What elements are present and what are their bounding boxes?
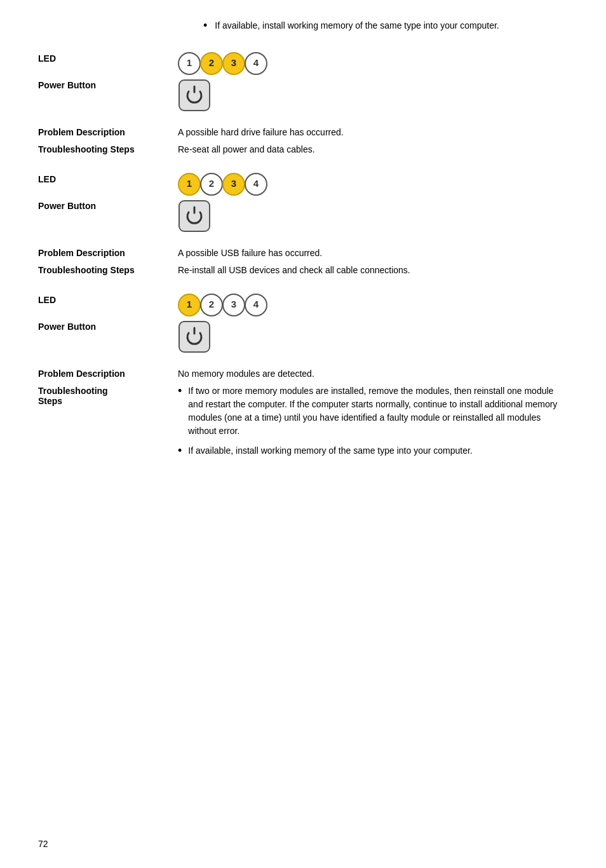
problem-row: Problem Description A possible USB failu… xyxy=(38,247,568,260)
troubleshooting-row: TroubleshootingSteps • If two or more me… xyxy=(38,384,568,465)
led-row: LED 1234 xyxy=(38,52,568,75)
led-group: 1234 xyxy=(178,173,568,196)
led-1: 1 xyxy=(178,173,201,196)
problem-text: A possible hard drive failure has occurr… xyxy=(178,126,568,139)
led-1: 1 xyxy=(178,52,201,75)
led-2: 2 xyxy=(200,173,223,196)
power-button-content xyxy=(178,320,568,357)
led-4: 4 xyxy=(245,294,267,316)
led-content: 1234 xyxy=(178,52,568,75)
troubleshooting-text: Re-install all USB devices and check all… xyxy=(178,264,568,277)
section-2: LED 1234 Power Button Problem Descriptio… xyxy=(38,173,568,287)
led-3: 3 xyxy=(222,294,245,316)
problem-row: Problem Description No memory modules ar… xyxy=(38,367,568,381)
led-label: LED xyxy=(38,294,178,305)
troubleshooting-item-2: • If available, install working memory o… xyxy=(178,444,568,458)
led-4: 4 xyxy=(245,52,267,75)
led-group: 1234 xyxy=(178,52,568,75)
troubleshooting-item-1: • If two or more memory modules are inst… xyxy=(178,384,568,438)
troubleshooting-row: Troubleshooting Steps Re-seat all power … xyxy=(38,143,568,156)
led-group: 1234 xyxy=(178,294,568,316)
power-button-label: Power Button xyxy=(38,320,178,332)
led-2: 2 xyxy=(200,52,223,75)
led-3: 3 xyxy=(222,173,245,196)
troubleshooting-item-text: If available, install working memory of … xyxy=(188,444,472,458)
bullet-dot-icon: • xyxy=(203,19,207,33)
problem-text: No memory modules are detected. xyxy=(178,367,568,381)
bullet-icon: • xyxy=(178,444,182,458)
led-content: 1234 xyxy=(178,294,568,316)
troubleshooting-row: Troubleshooting Steps Re-install all USB… xyxy=(38,264,568,277)
led-row: LED 1234 xyxy=(38,173,568,196)
troubleshooting-label: Troubleshooting Steps xyxy=(38,264,178,275)
led-row: LED 1234 xyxy=(38,294,568,316)
problem-label: Problem Description xyxy=(38,367,178,379)
problem-text: A possible USB failure has occurred. xyxy=(178,247,568,260)
led-label: LED xyxy=(38,173,178,184)
power-button-row: Power Button xyxy=(38,79,568,116)
troubleshooting-text: Re-seat all power and data cables. xyxy=(178,143,568,156)
power-button-row: Power Button xyxy=(38,320,568,357)
power-button-content xyxy=(178,79,568,116)
led-label: LED xyxy=(38,52,178,64)
power-button-content xyxy=(178,200,568,236)
intro-bullet-text: If available, install working memory of … xyxy=(215,19,499,32)
svg-rect-2 xyxy=(179,201,210,231)
page-number: 72 xyxy=(38,839,48,849)
problem-row: Problem Description A possible hard driv… xyxy=(38,126,568,139)
intro-bullet: • If available, install working memory o… xyxy=(203,19,568,33)
troubleshooting-label: TroubleshootingSteps xyxy=(38,384,178,406)
led-content: 1234 xyxy=(178,173,568,196)
section-1: LED 1234 Power Button Problem Descriptio… xyxy=(38,52,568,166)
led-3: 3 xyxy=(222,52,245,75)
power-button-label: Power Button xyxy=(38,79,178,90)
svg-rect-0 xyxy=(179,80,210,111)
troubleshooting-item-text: If two or more memory modules are instal… xyxy=(188,384,568,438)
led-1: 1 xyxy=(178,294,201,316)
power-button-row: Power Button xyxy=(38,200,568,236)
led-4: 4 xyxy=(245,173,267,196)
bullet-icon: • xyxy=(178,384,182,398)
power-button-label: Power Button xyxy=(38,200,178,211)
problem-label: Problem Description xyxy=(38,126,178,137)
svg-rect-4 xyxy=(179,322,210,352)
section-3: LED 1234 Power Button Problem Descriptio… xyxy=(38,294,568,475)
troubleshooting-list: • If two or more memory modules are inst… xyxy=(178,384,568,465)
problem-label: Problem Description xyxy=(38,247,178,258)
led-2: 2 xyxy=(200,294,223,316)
troubleshooting-label: Troubleshooting Steps xyxy=(38,143,178,154)
